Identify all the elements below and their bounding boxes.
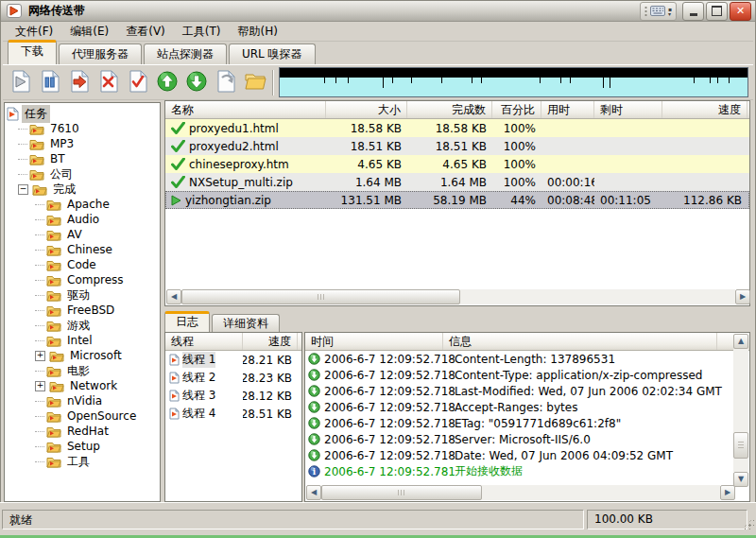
- thread-row-1[interactable]: 线程 228.23 KB: [165, 369, 301, 387]
- tree-item-Chinese[interactable]: Chinese: [5, 242, 160, 257]
- scroll-thumb[interactable]: [733, 432, 748, 459]
- open-folder-button[interactable]: [240, 67, 269, 97]
- log-time: 2006-6-7 12:09:52.718: [321, 369, 450, 382]
- log-row-7[interactable]: i2006-6-7 12:09:52.781开始接收数据: [305, 463, 749, 479]
- tree-item-BT[interactable]: BT: [5, 151, 160, 166]
- tree-guide-line: [35, 317, 44, 326]
- scroll-thumb[interactable]: [181, 289, 460, 304]
- tab-3[interactable]: URL 嗅探器: [229, 43, 316, 64]
- menu-item-4[interactable]: 帮助(H): [230, 21, 286, 43]
- move-up-button[interactable]: [152, 67, 181, 97]
- thread-col-1[interactable]: 速度: [243, 333, 298, 350]
- tree-item-OpenSource[interactable]: OpenSource: [5, 408, 160, 424]
- task-col-5[interactable]: 剩时: [594, 101, 662, 118]
- log-vscrollbar[interactable]: ▲ ▼: [733, 334, 748, 487]
- scroll-track[interactable]: [321, 485, 720, 500]
- minimize-button[interactable]: [682, 2, 704, 21]
- scroll-thumb[interactable]: [321, 485, 482, 500]
- bottom-tab-0[interactable]: 日志: [164, 311, 210, 332]
- move-down-button[interactable]: [181, 67, 211, 97]
- close-button[interactable]: ✕: [730, 2, 751, 21]
- langbar-options-icon[interactable]: ▪▾: [668, 7, 672, 16]
- expand-toggle[interactable]: +: [35, 381, 45, 391]
- menu-item-2[interactable]: 查看(V): [117, 21, 174, 43]
- scroll-down-button[interactable]: ▼: [733, 472, 748, 487]
- language-bar[interactable]: ▪▾: [640, 2, 677, 21]
- scroll-right-button[interactable]: ▶: [720, 485, 735, 500]
- task-cell-done: 1.64 MB: [407, 176, 492, 189]
- task-row-0[interactable]: proxyedu1.html18.58 KB18.58 KB100%: [165, 119, 749, 137]
- folder-icon: [46, 199, 61, 211]
- expand-toggle[interactable]: +: [35, 351, 45, 361]
- tree-item-RedHat[interactable]: RedHat: [5, 424, 160, 439]
- log-col-0[interactable]: 时间: [305, 333, 443, 350]
- tree-item-完成[interactable]: −完成: [5, 182, 160, 197]
- log-message: 开始接收数据: [450, 463, 523, 479]
- delete-task-button[interactable]: [94, 67, 123, 97]
- scroll-left-button[interactable]: ◀: [166, 289, 181, 304]
- tree-item-7610[interactable]: 7610: [5, 121, 160, 136]
- log-row-2[interactable]: 2006-6-7 12:09:52.718Last-Modified: Wed,…: [305, 383, 749, 399]
- scroll-track[interactable]: [181, 289, 735, 304]
- menu-item-1[interactable]: 编辑(E): [61, 21, 117, 43]
- task-col-3[interactable]: 百分比: [492, 101, 541, 118]
- scroll-up-button[interactable]: ▲: [733, 334, 748, 349]
- task-list-hscrollbar[interactable]: ◀ ▶: [166, 289, 750, 304]
- thread-row-0[interactable]: 线程 128.21 KB: [165, 351, 301, 369]
- tree-item-Network[interactable]: +Network: [5, 378, 160, 393]
- task-row-3[interactable]: NXSetup_multi.zip1.64 MB1.64 MB100%00:00…: [165, 173, 749, 191]
- tab-2[interactable]: 站点探测器: [144, 43, 227, 64]
- menu-item-3[interactable]: 工具(T): [174, 21, 230, 43]
- log-row-6[interactable]: 2006-6-7 12:09:52.718Date: Wed, 07 Jun 2…: [305, 447, 749, 463]
- task-col-4[interactable]: 用时: [541, 101, 594, 118]
- commit-task-button[interactable]: [123, 67, 152, 97]
- thread-row-3[interactable]: 线程 428.51 KB: [165, 405, 301, 423]
- tree-item-游戏[interactable]: 游戏: [5, 318, 160, 333]
- task-col-0[interactable]: 名称: [165, 101, 326, 118]
- tree-item-MP3[interactable]: MP3: [5, 136, 160, 151]
- tree-item-驱动[interactable]: 驱动: [5, 287, 160, 303]
- tree-item-Audio[interactable]: Audio: [5, 212, 160, 227]
- log-col-1[interactable]: 信息: [443, 333, 717, 350]
- task-row-2[interactable]: chineseproxy.htm4.65 KB4.65 KB100%: [165, 155, 749, 173]
- tree-item-任务[interactable]: 任务: [5, 106, 160, 121]
- start-task-button[interactable]: [64, 67, 94, 97]
- task-row-4[interactable]: yizhongtian.zip131.51 MB58.19 MB44%00:08…: [165, 191, 749, 209]
- log-message: Content-Type: application/x-zip-compress…: [450, 369, 702, 382]
- scroll-track[interactable]: [733, 349, 748, 472]
- tree-item-公司[interactable]: 公司: [5, 166, 160, 182]
- scroll-left-button[interactable]: ◀: [306, 485, 321, 500]
- open-file-button[interactable]: [211, 67, 240, 97]
- maximize-button[interactable]: [706, 2, 728, 21]
- tree-item-label: 游戏: [64, 317, 93, 335]
- log-row-1[interactable]: 2006-6-7 12:09:52.718Content-Type: appli…: [305, 367, 749, 383]
- collapse-toggle[interactable]: −: [18, 184, 28, 195]
- tree-item-Apache[interactable]: Apache: [5, 197, 160, 212]
- task-col-2[interactable]: 完成数: [407, 101, 492, 118]
- pause-task-button[interactable]: [35, 67, 64, 97]
- tab-0[interactable]: 下载: [8, 40, 57, 64]
- task-col-1[interactable]: 大小: [326, 101, 407, 118]
- tree-item-工具[interactable]: 工具: [5, 454, 160, 469]
- tree-item-Intel[interactable]: Intel: [5, 333, 160, 348]
- thread-col-0[interactable]: 线程: [165, 333, 243, 350]
- log-hscrollbar[interactable]: ◀ ▶: [306, 485, 735, 500]
- tree-item-AV[interactable]: AV: [5, 227, 160, 242]
- tab-1[interactable]: 代理服务器: [59, 43, 142, 64]
- tree-item-电影[interactable]: 电影: [5, 363, 160, 378]
- new-task-button[interactable]: [6, 67, 35, 97]
- thread-list: 线程速度 线程 128.21 KB线程 228.23 KB线程 328.12 K…: [164, 332, 302, 502]
- tree-item-Code[interactable]: Code: [5, 257, 160, 272]
- log-row-0[interactable]: 2006-6-7 12:09:52.718Content-Length: 137…: [305, 351, 749, 367]
- log-row-3[interactable]: 2006-6-7 12:09:52.718Accept-Ranges: byte…: [305, 399, 749, 415]
- langbar-drag-handle[interactable]: [644, 6, 647, 17]
- tree-item-nVidia[interactable]: nVidia: [5, 393, 160, 408]
- thread-row-2[interactable]: 线程 328.12 KB: [165, 387, 301, 405]
- log-row-5[interactable]: 2006-6-7 12:09:52.718Server: Microsoft-I…: [305, 431, 749, 447]
- bottom-tab-1[interactable]: 详细资料: [212, 314, 280, 332]
- log-row-4[interactable]: 2006-6-7 12:09:52.718ETag: "0591771d689c…: [305, 415, 749, 431]
- task-row-1[interactable]: proxyedu2.html18.51 KB18.51 KB100%: [165, 137, 749, 155]
- scroll-right-button[interactable]: ▶: [735, 289, 750, 304]
- keyboard-icon[interactable]: [650, 6, 665, 16]
- task-col-6[interactable]: 速度: [662, 101, 747, 118]
